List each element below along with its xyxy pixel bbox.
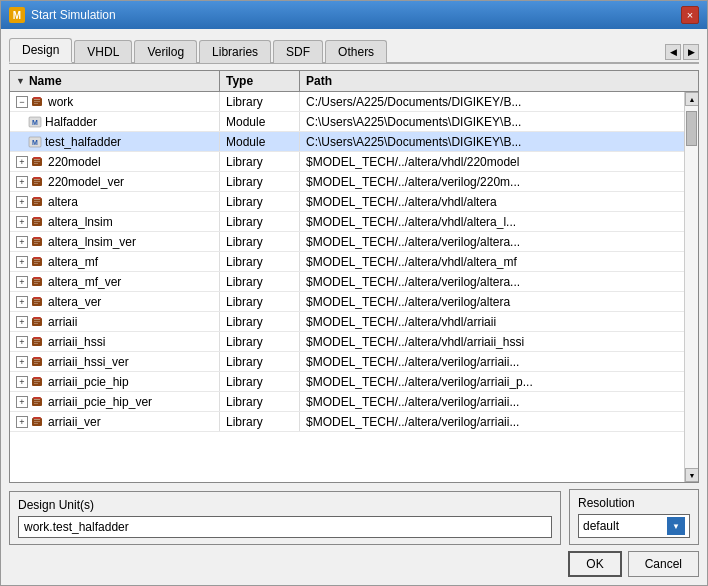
library-icon [31,236,45,248]
tab-verilog[interactable]: Verilog [134,40,197,63]
svg-rect-38 [34,263,38,264]
svg-rect-76 [34,419,40,420]
table-row[interactable]: + arriaii_hssi_ver Library $MODEL_TECH/.… [10,352,684,372]
table-row[interactable]: + altera_mf Library $MODEL_TECH/../alter… [10,252,684,272]
tab-libraries[interactable]: Libraries [199,40,271,63]
svg-rect-10 [33,157,41,159]
svg-rect-72 [34,401,40,402]
title-bar-left: M Start Simulation [9,7,116,23]
name-cell: M Halfadder [10,112,220,131]
path-cell: $MODEL_TECH/../altera/verilog/arriaii... [300,392,684,411]
svg-rect-33 [34,243,38,244]
svg-rect-20 [33,197,41,199]
table-row[interactable]: + 220model Library $MODEL_TECH/../altera… [10,152,684,172]
expand-button[interactable]: + [16,416,28,428]
ok-button[interactable]: OK [568,551,621,577]
design-unit-label: Design Unit(s) [18,498,552,512]
expand-button[interactable]: + [16,156,28,168]
path-cell: $MODEL_TECH/../altera/verilog/arriaii... [300,412,684,431]
table-row[interactable]: + arriaii_ver Library $MODEL_TECH/../alt… [10,412,684,432]
expand-button[interactable]: + [16,256,28,268]
type-cell: Library [220,232,300,251]
name-cell: + altera [10,192,220,211]
close-button[interactable]: × [681,6,699,24]
table-scroll-area[interactable]: − work Library C:/Users/A225/Documents/D… [10,92,684,482]
svg-rect-42 [34,281,40,282]
path-cell: C:\Users\A225\Documents\DIGIKEY\B... [300,132,684,151]
expand-button[interactable]: + [16,296,28,308]
path-cell: $MODEL_TECH/../altera/verilog/altera [300,292,684,311]
design-unit-input[interactable] [18,516,552,538]
type-cell: Library [220,312,300,331]
expand-button[interactable]: + [16,376,28,388]
expand-button[interactable]: − [16,96,28,108]
expand-button[interactable]: + [16,396,28,408]
title-bar: M Start Simulation × [1,1,707,29]
name-cell: + arriaii_hssi_ver [10,352,220,371]
table-header: ▼ Name Type Path [10,71,698,92]
scroll-down-button[interactable]: ▼ [685,468,698,482]
table-row[interactable]: + arriaii_hssi Library $MODEL_TECH/../al… [10,332,684,352]
svg-rect-32 [34,241,40,242]
resolution-select[interactable]: default ▼ [578,514,690,538]
svg-rect-18 [34,183,38,184]
resolution-value: default [583,519,663,533]
type-cell: Library [220,92,300,111]
scroll-handle[interactable] [686,111,697,146]
table-row[interactable]: + arriaii_pcie_hip_ver Library $MODEL_TE… [10,392,684,412]
type-cell: Library [220,392,300,411]
expand-button[interactable]: + [16,336,28,348]
expand-button[interactable]: + [16,176,28,188]
library-icon [31,256,45,268]
scroll-track[interactable] [685,106,698,468]
tabs-next-button[interactable]: ▶ [683,44,699,60]
tab-others[interactable]: Others [325,40,387,63]
type-cell: Library [220,152,300,171]
dropdown-arrow-icon[interactable]: ▼ [667,517,685,535]
table-row[interactable]: + altera_mf_ver Library $MODEL_TECH/../a… [10,272,684,292]
vertical-scrollbar[interactable]: ▲ ▼ [684,92,698,482]
tab-vhdl[interactable]: VHDL [74,40,132,63]
expand-button[interactable]: + [16,196,28,208]
name-cell: + 220model_ver [10,172,220,191]
svg-rect-67 [34,381,40,382]
expand-button[interactable]: + [16,216,28,228]
svg-rect-40 [33,277,41,279]
name-cell: + arriaii_pcie_hip [10,372,220,391]
type-cell: Library [220,332,300,351]
table-row[interactable]: + arriaii Library $MODEL_TECH/../altera/… [10,312,684,332]
expand-button[interactable]: + [16,316,28,328]
path-cell: $MODEL_TECH/../altera/verilog/altera... [300,272,684,291]
table-row[interactable]: M test_halfadder Module C:\Users\A225\Do… [10,132,684,152]
svg-rect-78 [34,423,38,424]
cancel-button[interactable]: Cancel [628,551,699,577]
svg-rect-60 [33,357,41,359]
table-row[interactable]: + arriaii_pcie_hip Library $MODEL_TECH/.… [10,372,684,392]
table-row[interactable]: + 220model_ver Library $MODEL_TECH/../al… [10,172,684,192]
table-row[interactable]: + altera_lnsim_ver Library $MODEL_TECH/.… [10,232,684,252]
svg-rect-68 [34,383,38,384]
scroll-up-button[interactable]: ▲ [685,92,698,106]
path-cell: $MODEL_TECH/../altera/vhdl/220model [300,152,684,171]
expand-button[interactable]: + [16,356,28,368]
svg-rect-48 [34,303,38,304]
svg-rect-70 [33,397,41,399]
expand-button[interactable]: + [16,236,28,248]
svg-rect-63 [34,363,38,364]
svg-rect-71 [34,399,40,400]
resolution-box: Resolution default ▼ [569,489,699,545]
name-cell: M test_halfadder [10,132,220,151]
svg-rect-50 [33,317,41,319]
tabs-prev-button[interactable]: ◀ [665,44,681,60]
table-row[interactable]: − work Library C:/Users/A225/Documents/D… [10,92,684,112]
table-row[interactable]: + altera_ver Library $MODEL_TECH/../alte… [10,292,684,312]
tab-sdf[interactable]: SDF [273,40,323,63]
table-row[interactable]: M Halfadder Module C:\Users\A225\Documen… [10,112,684,132]
svg-rect-66 [34,379,40,380]
path-cell: $MODEL_TECH/../altera/vhdl/altera_l... [300,212,684,231]
table-row[interactable]: + altera_lnsim Library $MODEL_TECH/../al… [10,212,684,232]
svg-rect-65 [33,377,41,379]
tab-design[interactable]: Design [9,38,72,63]
expand-button[interactable]: + [16,276,28,288]
table-row[interactable]: + altera Library $MODEL_TECH/../altera/v… [10,192,684,212]
